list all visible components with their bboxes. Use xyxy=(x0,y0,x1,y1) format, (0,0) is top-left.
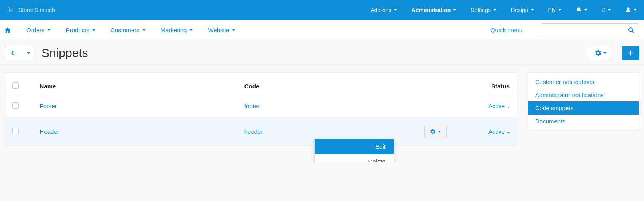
topmenu-currency[interactable]: ₽ xyxy=(602,7,611,13)
cart-icon xyxy=(7,7,14,13)
sidebar-item-customer-notifications[interactable]: Customer notifications xyxy=(528,75,639,88)
topmenu-user[interactable] xyxy=(625,7,637,13)
caret-icon xyxy=(92,29,95,31)
sidebar-item-code-snippets[interactable]: Code snippets xyxy=(528,101,639,115)
caret-icon xyxy=(584,9,587,11)
page-settings-button[interactable] xyxy=(590,46,611,60)
plus-icon xyxy=(627,50,634,56)
nav-bar: Orders Products Customers Marketing Webs… xyxy=(0,20,644,41)
back-button[interactable] xyxy=(5,46,22,60)
topmenu-language[interactable]: EN xyxy=(548,7,561,13)
topmenu-administration[interactable]: Administration xyxy=(412,7,457,13)
search-button[interactable] xyxy=(623,24,639,37)
nav-marketing[interactable]: Marketing xyxy=(161,27,193,33)
caret-icon xyxy=(507,132,510,134)
store-selector[interactable]: Store: Simtech xyxy=(7,7,55,13)
snippet-name-link[interactable]: Footer xyxy=(40,103,57,109)
snippet-code-link[interactable]: header xyxy=(244,128,263,135)
header-status: Status xyxy=(454,78,517,95)
page-title: Snippets xyxy=(41,46,88,60)
caret-icon xyxy=(558,9,561,11)
sidebar: Customer notifications Administrator not… xyxy=(528,72,639,131)
add-button[interactable] xyxy=(622,46,639,60)
nav-website[interactable]: Website xyxy=(208,27,235,33)
row-actions-button[interactable] xyxy=(424,125,447,138)
caret-icon xyxy=(453,9,456,11)
back-button-group xyxy=(5,46,34,60)
row-checkbox[interactable] xyxy=(12,102,19,109)
snippet-code-link[interactable]: footer xyxy=(244,103,260,109)
gear-icon xyxy=(595,50,601,56)
quick-menu[interactable]: Quick menu xyxy=(490,27,522,33)
select-all-checkbox[interactable] xyxy=(12,82,19,89)
caret-icon xyxy=(493,9,496,11)
top-bar: Store: Simtech Add-ons Administration Se… xyxy=(0,0,644,20)
arrow-left-icon xyxy=(10,50,17,56)
topmenu-notifications[interactable] xyxy=(576,7,587,13)
caret-icon xyxy=(47,29,51,31)
back-dropdown[interactable] xyxy=(22,46,34,60)
nav-products[interactable]: Products xyxy=(66,27,95,33)
menu-item-edit[interactable]: Edit xyxy=(315,139,394,154)
caret-icon xyxy=(608,9,611,11)
caret-icon xyxy=(507,107,510,108)
topmenu-settings[interactable]: Settings xyxy=(471,7,496,13)
header-actions xyxy=(391,78,454,95)
gear-icon xyxy=(430,129,436,135)
table-row: Header header Edit Delete xyxy=(5,117,517,146)
sidebar-item-documents[interactable]: Documents xyxy=(528,115,639,128)
caret-icon xyxy=(603,52,607,54)
header-name: Name xyxy=(33,78,237,95)
user-icon xyxy=(625,7,631,13)
search-box xyxy=(542,23,639,37)
page-header: Snippets xyxy=(0,41,644,65)
table-row: Footer footer Active xyxy=(5,95,517,117)
caret-icon xyxy=(142,29,146,31)
store-label: Store: Simtech xyxy=(18,7,55,13)
snippets-table: Name Code Status Footer footer Active He… xyxy=(5,78,517,146)
snippets-panel: Name Code Status Footer footer Active He… xyxy=(5,72,517,146)
content-area: Name Code Status Footer footer Active He… xyxy=(0,65,644,162)
caret-icon xyxy=(27,52,30,54)
caret-icon xyxy=(438,131,441,133)
caret-icon xyxy=(189,29,193,31)
top-menu: Add-ons Administration Settings Design E… xyxy=(370,7,637,13)
svg-point-0 xyxy=(629,28,632,31)
home-button[interactable] xyxy=(4,27,11,34)
nav-customers[interactable]: Customers xyxy=(110,27,146,33)
row-checkbox[interactable] xyxy=(12,128,19,134)
row-actions-menu: Edit Delete xyxy=(314,139,394,162)
caret-icon xyxy=(394,9,397,11)
topmenu-design[interactable]: Design xyxy=(511,7,534,13)
header-checkbox-cell xyxy=(5,78,33,95)
snippet-name-link[interactable]: Header xyxy=(40,128,59,135)
menu-item-delete[interactable]: Delete xyxy=(315,154,394,162)
sidebar-item-administrator-notifications[interactable]: Administrator notifications xyxy=(528,88,639,101)
status-dropdown[interactable]: Active xyxy=(488,103,510,109)
caret-icon xyxy=(232,29,235,31)
status-dropdown[interactable]: Active xyxy=(488,128,510,135)
caret-icon xyxy=(634,9,637,11)
topmenu-addons[interactable]: Add-ons xyxy=(370,7,397,13)
search-icon xyxy=(628,27,634,33)
search-input[interactable] xyxy=(542,24,623,37)
caret-icon xyxy=(531,9,534,11)
bell-icon xyxy=(576,7,582,13)
header-code: Code xyxy=(237,78,391,95)
nav-orders[interactable]: Orders xyxy=(26,27,51,33)
svg-line-1 xyxy=(632,31,634,33)
